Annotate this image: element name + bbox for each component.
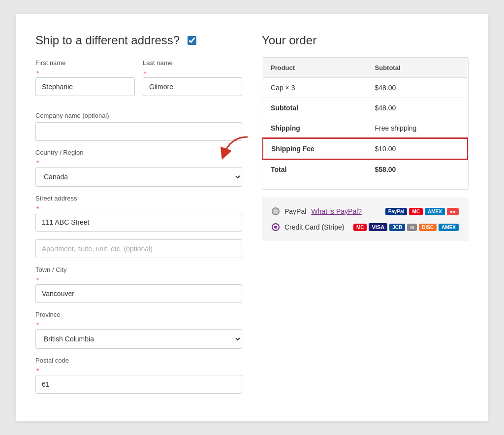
shipping-fee-row: Shipping Fee $10.00 (263, 138, 468, 159)
section-header: Ship to a different address? (35, 33, 242, 47)
amex-cc-badge: AMEX (439, 224, 459, 231)
last-name-input[interactable] (143, 77, 242, 96)
visa-badge: VISA (369, 223, 387, 231)
street-group: Street address* (35, 195, 242, 232)
company-group: Company name (optional) (35, 112, 242, 141)
first-name-label: First name (35, 59, 135, 67)
company-label: Company name (optional) (35, 112, 242, 119)
subtotal-header: Subtotal (367, 58, 468, 78)
ship-different-checkbox-wrapper[interactable] (188, 36, 196, 45)
postal-group: Postal code* (35, 357, 242, 394)
checkout-form: Ship to a different address? First name*… (16, 14, 488, 421)
last-name-label: Last name (143, 59, 242, 67)
ship-different-checkbox[interactable] (188, 36, 196, 45)
credit-card-radio[interactable] (272, 223, 280, 231)
apt-group (35, 239, 242, 258)
paypal-label: PayPal (284, 207, 306, 215)
subtotal-cell: Free shipping (367, 118, 468, 139)
paypal-icons: PayPal MC AMEX ●● (385, 208, 459, 215)
province-label: Province (35, 311, 242, 318)
amex-badge: AMEX (425, 208, 445, 215)
jcb-badge: JCB (389, 224, 405, 231)
subtotal-cell: $48.00 (367, 78, 468, 98)
discover-badge: DISC (419, 224, 437, 231)
table-header-row: Product Subtotal (263, 58, 468, 78)
table-row: Shipping Free shipping (263, 118, 468, 139)
postal-required: * (36, 367, 39, 375)
street-label: Street address (35, 195, 242, 202)
table-row: Cap × 3 $48.00 (263, 78, 468, 98)
first-name-input[interactable] (35, 77, 135, 96)
province-required: * (36, 321, 39, 329)
shipping-section: Ship to a different address? First name*… (35, 33, 242, 402)
postal-label: Postal code (35, 357, 242, 364)
first-name-required: * (36, 69, 39, 77)
city-required: * (36, 276, 39, 284)
section-title: Ship to a different address? (35, 33, 180, 47)
country-required: * (36, 159, 39, 167)
street-required: * (36, 205, 39, 213)
apt-input[interactable] (35, 239, 242, 258)
province-group: Province* British Columbia Alberta Ontar… (35, 311, 242, 349)
product-cell: Cap × 3 (263, 78, 367, 98)
payment-section: PayPal What is PayPal? PayPal MC AMEX ●●… (262, 198, 469, 241)
last-name-required: * (144, 69, 146, 77)
first-name-group: First name* (35, 59, 135, 96)
country-select[interactable]: Canada United States United Kingdom (35, 167, 242, 187)
credit-card-label: Credit Card (Stripe) (284, 223, 344, 231)
product-cell: Total (263, 159, 367, 179)
paypal-link[interactable]: What is PayPal? (311, 207, 362, 215)
diners-badge: ⊙ (407, 224, 417, 231)
credit-card-option[interactable]: Credit Card (Stripe) MC VISA JCB ⊙ DISC … (272, 223, 459, 231)
product-header: Product (263, 58, 367, 78)
product-cell: Subtotal (263, 98, 367, 118)
shipping-fee-label: Shipping Fee (263, 138, 367, 159)
street-input[interactable] (35, 213, 242, 232)
order-table: Product Subtotal Cap × 3 $48.00 Subtotal… (262, 58, 468, 179)
province-select[interactable]: British Columbia Alberta Ontario Quebec (35, 329, 242, 349)
subtotal-cell: $48.00 (367, 98, 468, 118)
country-label: Country / Region (35, 149, 242, 156)
order-title: Your order (262, 33, 469, 47)
shipping-fee-value: $10.00 (367, 138, 468, 159)
city-label: Town / City (35, 266, 242, 273)
name-row: First name* Last name* (35, 59, 242, 104)
country-group: Country / Region* Canada United States U… (35, 149, 242, 187)
table-row: Subtotal $48.00 (263, 98, 468, 118)
credit-card-icons: MC VISA JCB ⊙ DISC AMEX (353, 223, 459, 231)
paypal-badge: PayPal (385, 208, 408, 215)
table-row: Total $58.00 (263, 159, 468, 179)
last-name-group: Last name* (143, 59, 242, 96)
subtotal-cell: $58.00 (367, 159, 468, 179)
paypal-option[interactable]: PayPal What is PayPal? PayPal MC AMEX ●● (272, 207, 459, 215)
other-badge: ●● (447, 208, 459, 215)
order-table-wrapper: Product Subtotal Cap × 3 $48.00 Subtotal… (262, 57, 469, 190)
city-input[interactable] (35, 284, 242, 303)
city-group: Town / City* (35, 266, 242, 303)
product-cell: Shipping (263, 118, 367, 139)
paypal-radio[interactable] (272, 207, 280, 215)
mc-badge: MC (409, 208, 423, 215)
order-section: Your order Product Subtotal Cap × 3 $48.… (262, 33, 469, 402)
mastercard-badge: MC (353, 224, 367, 231)
company-input[interactable] (35, 122, 242, 141)
postal-input[interactable] (35, 375, 242, 394)
